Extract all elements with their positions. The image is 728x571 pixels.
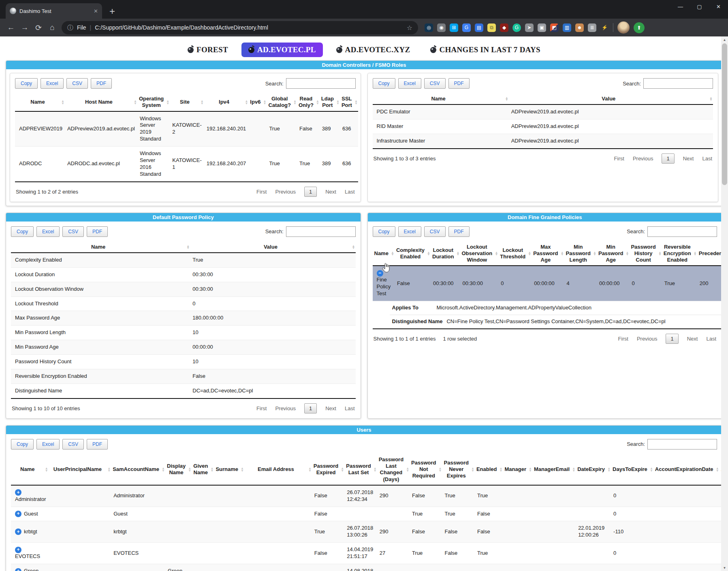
extension-windows-icon[interactable]: ⊞ [450, 23, 458, 32]
sort-icon[interactable] [61, 100, 64, 104]
minimize-button[interactable]: — [671, 0, 690, 13]
page-info-icon[interactable]: ⓘ [67, 24, 73, 32]
extension-recorder-icon[interactable]: ◉ [437, 23, 446, 32]
extension-flash-icon[interactable]: ⚡ [600, 23, 609, 32]
column-header[interactable]: Reversible Encryption Enabled [662, 242, 697, 266]
sort-icon[interactable] [650, 467, 653, 472]
excel-button[interactable]: Excel [398, 226, 421, 237]
sort-icon[interactable] [188, 467, 191, 472]
sort-icon[interactable] [593, 251, 596, 256]
pagination-last[interactable]: Last [345, 405, 355, 411]
column-header[interactable]: Complexity Enabled [395, 242, 431, 266]
sort-icon[interactable] [694, 251, 697, 256]
search-input[interactable] [647, 226, 717, 237]
back-icon[interactable]: ← [4, 21, 18, 34]
column-header[interactable]: Lockout Threshold [498, 242, 532, 266]
sort-icon[interactable] [374, 467, 377, 472]
sort-icon[interactable] [529, 467, 532, 472]
sort-icon[interactable] [457, 251, 460, 256]
expand-row-button[interactable] [15, 528, 21, 535]
column-header[interactable]: Name [15, 94, 65, 111]
copy-button[interactable]: Copy [11, 439, 34, 450]
column-header[interactable]: Ldap Port [320, 94, 340, 111]
column-header[interactable]: Lockout Observation Window [460, 242, 498, 266]
pagination-page-1[interactable]: 1 [666, 334, 678, 344]
column-header[interactable]: Manager [503, 454, 532, 485]
close-tab-icon[interactable]: ✕ [94, 8, 98, 14]
column-header[interactable]: Password Last Changed (Days) [377, 454, 410, 485]
sort-icon[interactable] [607, 467, 611, 472]
fgp-selected-row[interactable]: Fine Policy Test False 00:30:00 00:30:00… [373, 266, 723, 301]
pagination-first[interactable]: First [614, 156, 624, 162]
search-input[interactable] [643, 78, 713, 89]
pdf-button[interactable]: PDF [87, 439, 108, 450]
pagination-previous[interactable]: Previous [633, 156, 653, 162]
profile-avatar[interactable] [617, 21, 630, 34]
column-header[interactable]: UserPrincipalName [49, 454, 111, 485]
scrollbar-up-icon[interactable]: ▲ [721, 36, 728, 43]
pdf-button[interactable]: PDF [91, 78, 112, 89]
extension-tasks-icon[interactable]: ≣ [588, 23, 596, 32]
search-input[interactable] [286, 226, 356, 237]
pagination-previous[interactable]: Previous [275, 189, 296, 195]
browser-tab[interactable]: Dashimo Test ✕ [6, 3, 102, 19]
copy-button[interactable]: Copy [11, 226, 34, 237]
expand-row-button[interactable] [15, 511, 21, 517]
search-input[interactable] [286, 78, 356, 89]
column-header[interactable]: Max Password Age [532, 242, 564, 266]
column-header[interactable]: Host Name [65, 94, 137, 111]
pagination-page-1[interactable]: 1 [304, 187, 317, 197]
column-header[interactable]: Password Expired [312, 454, 344, 485]
extension-grammarly-icon[interactable]: G [512, 23, 521, 32]
column-header[interactable]: Value [190, 242, 355, 253]
column-header[interactable]: Ipv4 [204, 94, 249, 111]
copy-button[interactable]: Copy [15, 78, 38, 89]
sort-icon[interactable] [528, 251, 531, 256]
column-header[interactable]: Name [373, 94, 509, 104]
pagination-next[interactable]: Next [325, 405, 336, 411]
tab-forest[interactable]: FOREST [181, 43, 235, 57]
column-header[interactable]: DateExpiry [576, 454, 611, 485]
sort-icon[interactable] [245, 100, 248, 104]
column-header[interactable]: Precedence [697, 242, 722, 266]
expand-row-button[interactable] [15, 547, 21, 553]
sort-icon[interactable] [439, 467, 442, 472]
pdf-button[interactable]: PDF [448, 226, 470, 237]
extension-ublock-icon[interactable]: ◆ [500, 23, 508, 32]
pagination-last[interactable]: Last [345, 189, 355, 195]
column-header[interactable]: Email Address [244, 454, 312, 485]
sort-icon[interactable] [186, 245, 190, 249]
column-header[interactable]: DaysToExpire [611, 454, 653, 485]
sort-icon[interactable] [505, 97, 508, 101]
column-header[interactable]: Display Name [165, 454, 192, 485]
forward-icon[interactable]: → [18, 21, 32, 34]
csv-button[interactable]: CSV [424, 226, 446, 237]
extension-persona-icon[interactable]: ☻ [575, 23, 584, 32]
tab-changes-last-7-days[interactable]: CHANGES IN LAST 7 DAYS [423, 43, 547, 57]
column-header[interactable]: Name [373, 242, 395, 266]
pagination-last[interactable]: Last [706, 336, 716, 342]
pagination-first[interactable]: First [256, 405, 267, 411]
column-header[interactable]: Read Only? [297, 94, 320, 111]
extension-pin-icon[interactable]: ➤ [525, 23, 534, 32]
sort-icon[interactable] [471, 467, 474, 472]
sort-icon[interactable] [341, 467, 344, 472]
excel-button[interactable]: Excel [41, 78, 64, 89]
column-header[interactable]: Password Last Set [344, 454, 377, 485]
extension-copy-icon[interactable]: ⧉ [487, 23, 496, 32]
pagination-next[interactable]: Next [683, 156, 694, 162]
column-header[interactable]: Site [170, 94, 204, 111]
column-header[interactable]: Name [11, 242, 190, 253]
pagination-first[interactable]: First [256, 189, 267, 195]
pdf-button[interactable]: PDF [87, 226, 108, 237]
column-header[interactable]: Min Password Age [597, 242, 629, 266]
sort-icon[interactable] [293, 100, 297, 104]
column-header[interactable]: Given Name [192, 454, 214, 485]
sort-icon[interactable] [352, 245, 355, 249]
sort-icon[interactable] [427, 251, 430, 256]
sort-icon[interactable] [201, 100, 204, 104]
extension-notes-icon[interactable]: ▤ [475, 23, 483, 32]
column-header[interactable]: Password Never Expires [442, 454, 475, 485]
excel-button[interactable]: Excel [36, 439, 60, 450]
column-header[interactable]: Ipv6 [248, 94, 267, 111]
